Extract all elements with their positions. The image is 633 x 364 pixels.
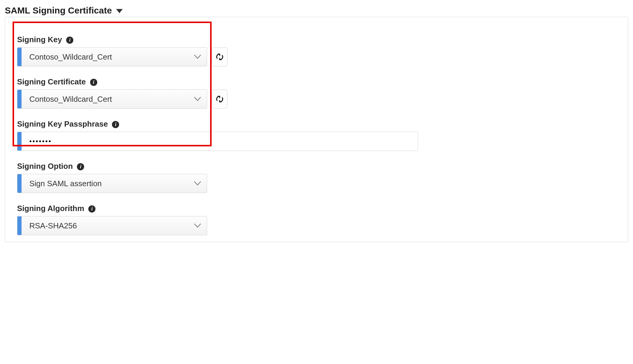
- chevron-down-icon: [194, 224, 201, 228]
- info-icon[interactable]: [88, 205, 95, 213]
- caret-down-icon: [116, 9, 123, 13]
- signing-option-value: Sign SAML assertion: [29, 179, 102, 188]
- signing-key-label: Signing Key: [17, 35, 62, 44]
- saml-signing-panel: Signing Key Contoso_Wildcard_Cert: [5, 17, 628, 242]
- info-icon[interactable]: [112, 121, 119, 128]
- field-signing-key-passphrase: Signing Key Passphrase •••••••: [17, 119, 616, 151]
- required-strip: [17, 216, 22, 235]
- chevron-down-icon: [194, 55, 201, 59]
- signing-option-label: Signing Option: [17, 162, 73, 171]
- section-title: SAML Signing Certificate: [5, 5, 112, 16]
- info-icon[interactable]: [77, 163, 84, 170]
- signing-certificate-label: Signing Certificate: [17, 77, 86, 87]
- required-strip: [17, 132, 22, 151]
- signing-algorithm-value: RSA-SHA256: [29, 221, 77, 230]
- signing-certificate-value: Contoso_Wildcard_Cert: [29, 95, 112, 104]
- signing-certificate-select[interactable]: Contoso_Wildcard_Cert: [17, 90, 207, 109]
- signing-algorithm-select[interactable]: RSA-SHA256: [17, 216, 207, 235]
- required-strip: [17, 90, 22, 108]
- info-icon[interactable]: [66, 37, 73, 44]
- required-strip: [17, 48, 22, 66]
- field-signing-algorithm: Signing Algorithm RSA-SHA256: [17, 204, 616, 235]
- signing-key-value: Contoso_Wildcard_Cert: [29, 52, 112, 62]
- signing-algorithm-label: Signing Algorithm: [17, 204, 84, 213]
- chevron-down-icon: [194, 97, 201, 101]
- signing-option-select[interactable]: Sign SAML assertion: [17, 174, 207, 193]
- refresh-button[interactable]: [212, 90, 227, 109]
- info-icon[interactable]: [90, 79, 97, 86]
- refresh-button[interactable]: [212, 47, 227, 66]
- signing-key-select[interactable]: Contoso_Wildcard_Cert: [17, 47, 207, 66]
- required-strip: [17, 174, 22, 193]
- field-signing-option: Signing Option Sign SAML assertion: [17, 162, 616, 193]
- signing-key-passphrase-input[interactable]: •••••••: [17, 132, 418, 151]
- field-signing-certificate: Signing Certificate Contoso_Wildcard_Cer…: [17, 77, 616, 109]
- chevron-down-icon: [194, 181, 201, 186]
- passphrase-masked: •••••••: [29, 137, 52, 145]
- field-signing-key: Signing Key Contoso_Wildcard_Cert: [17, 35, 616, 66]
- section-header[interactable]: SAML Signing Certificate: [5, 5, 628, 16]
- signing-key-passphrase-label: Signing Key Passphrase: [17, 119, 108, 129]
